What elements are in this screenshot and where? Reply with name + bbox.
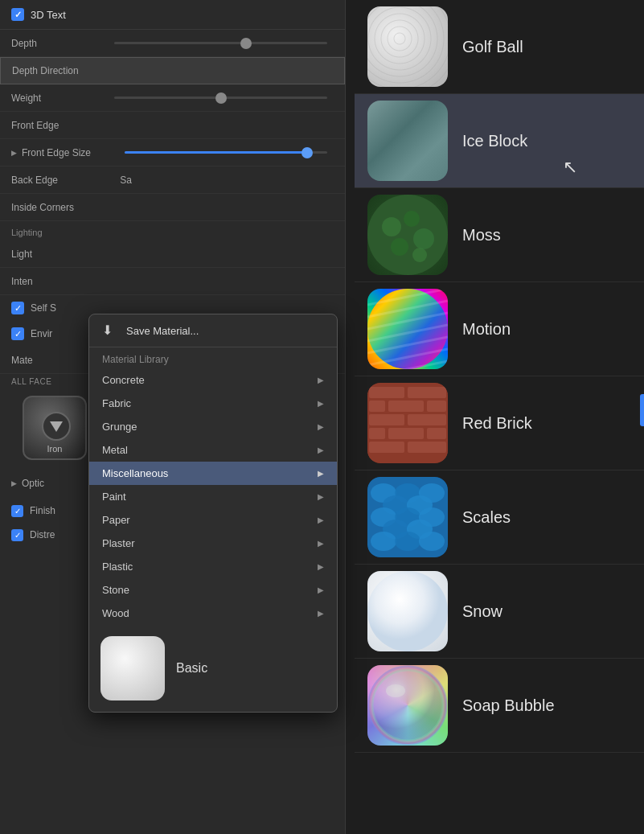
self-shadows-checkbox[interactable] — [11, 302, 24, 314]
soap-bubble-pattern — [367, 665, 448, 746]
plastic-arrow-icon: ▶ — [318, 562, 324, 571]
menu-item-fabric[interactable]: Fabric ▶ — [89, 392, 337, 415]
miscellaneous-arrow-icon: ▶ — [318, 469, 324, 478]
library-header: Material Library — [89, 347, 337, 368]
iron-preview-box[interactable]: Iron — [23, 396, 87, 460]
brick-pattern — [367, 383, 448, 463]
svg-point-5 — [412, 248, 427, 262]
right-panel: Golf Ball Ice Block Moss — [355, 0, 644, 834]
finish-checkbox[interactable] — [11, 505, 23, 517]
material-item-soap-bubble[interactable]: Soap Bubble — [355, 659, 644, 753]
svg-point-3 — [413, 228, 434, 249]
depth-slider[interactable] — [114, 42, 327, 44]
scales-thumb — [367, 477, 448, 557]
front-edge-row[interactable]: Front Edge — [0, 112, 345, 139]
inside-corners-label: Inside Corners — [11, 202, 108, 213]
depth-direction-row[interactable]: Depth Direction — [0, 57, 345, 84]
front-edge-size-row: ▶ Front Edge Size — [0, 139, 345, 166]
back-edge-row[interactable]: Back Edge Sa — [0, 166, 345, 194]
svg-point-1 — [382, 217, 401, 236]
3d-text-checkbox[interactable] — [11, 8, 24, 21]
menu-item-concrete[interactable]: Concrete ▶ — [89, 368, 337, 392]
svg-rect-23 — [388, 428, 424, 439]
distress-label: Distre — [30, 529, 55, 540]
weight-row: Weight — [0, 84, 345, 112]
save-icon: ⬇ — [102, 323, 118, 339]
back-edge-value: Sa — [108, 175, 132, 186]
light-row[interactable]: Light — [0, 240, 345, 268]
golf-ball-thumb — [367, 6, 448, 87]
menu-item-plastic[interactable]: Plastic ▶ — [89, 555, 337, 578]
svg-rect-19 — [427, 401, 446, 412]
menu-item-wood[interactable]: Wood ▶ — [89, 602, 337, 625]
blue-accent-bar — [640, 394, 644, 426]
svg-rect-16 — [408, 387, 446, 398]
menu-item-paint[interactable]: Paint ▶ — [89, 485, 337, 508]
depth-label: Depth — [11, 38, 108, 49]
golf-ball-name: Golf Ball — [462, 38, 523, 56]
env-checkbox[interactable] — [11, 327, 24, 340]
weight-label: Weight — [11, 92, 108, 104]
menu-item-paper[interactable]: Paper ▶ — [89, 508, 337, 532]
moss-thumb — [367, 195, 448, 275]
intensity-row[interactable]: Inten — [0, 268, 345, 295]
menu-item-miscellaneous[interactable]: Miscellaneous ▶ — [89, 462, 337, 485]
depth-direction-label: Depth Direction — [12, 65, 109, 76]
weight-thumb[interactable] — [215, 92, 227, 104]
svg-rect-20 — [369, 414, 404, 425]
save-material-item[interactable]: ⬇ Save Material... — [89, 314, 337, 347]
depth-row: Depth — [0, 30, 345, 57]
material-item-scales[interactable]: Scales — [355, 470, 644, 565]
svg-rect-17 — [369, 401, 385, 412]
fabric-arrow-icon: ▶ — [318, 399, 324, 408]
optic-expand-icon[interactable]: ▶ — [11, 479, 17, 487]
lighting-section: Lighting — [0, 221, 345, 240]
material-item-moss[interactable]: Moss — [355, 188, 644, 282]
svg-rect-22 — [369, 428, 385, 439]
weight-slider[interactable] — [114, 97, 327, 99]
wood-arrow-icon: ▶ — [318, 609, 324, 618]
material-item-golf-ball[interactable]: Golf Ball — [355, 0, 644, 94]
svg-point-0 — [367, 195, 448, 275]
material-list: Golf Ball Ice Block Moss — [355, 0, 644, 753]
snow-name: Snow — [462, 602, 502, 621]
inside-corners-row[interactable]: Inside Corners — [0, 194, 345, 221]
expand-icon[interactable]: ▶ — [11, 149, 17, 157]
grunge-arrow-icon: ▶ — [318, 422, 324, 431]
front-edge-size-slider[interactable] — [125, 151, 327, 154]
motion-thumb — [367, 289, 448, 369]
svg-point-38 — [371, 532, 396, 551]
paint-arrow-icon: ▶ — [318, 492, 324, 501]
moss-pattern — [367, 195, 448, 275]
material-item-snow[interactable]: Snow — [355, 565, 644, 659]
material-item-ice-block[interactable]: Ice Block — [355, 94, 644, 188]
menu-item-metal[interactable]: Metal ▶ — [89, 438, 337, 462]
svg-rect-15 — [369, 387, 404, 398]
env-label: Envir — [31, 328, 52, 339]
menu-item-plaster[interactable]: Plaster ▶ — [89, 532, 337, 555]
soap-bubble-name: Soap Bubble — [462, 696, 555, 715]
scales-name: Scales — [462, 508, 511, 527]
plaster-arrow-icon: ▶ — [318, 539, 324, 548]
material-item-motion[interactable]: Motion — [355, 282, 644, 376]
svg-rect-26 — [408, 442, 446, 453]
svg-point-41 — [367, 571, 448, 651]
motion-name: Motion — [462, 320, 511, 339]
snow-thumb — [367, 571, 448, 651]
svg-point-2 — [404, 211, 420, 227]
svg-point-39 — [395, 532, 420, 551]
menu-item-stone[interactable]: Stone ▶ — [89, 578, 337, 602]
depth-thumb[interactable] — [240, 38, 252, 49]
distress-checkbox[interactable] — [11, 529, 23, 541]
menu-item-grunge[interactable]: Grunge ▶ — [89, 415, 337, 438]
material-item-red-brick[interactable]: Red Brick — [355, 376, 644, 470]
intensity-label: Inten — [11, 276, 108, 287]
moss-name: Moss — [462, 226, 501, 244]
ice-block-name: Ice Block — [462, 132, 527, 150]
basic-material-item[interactable]: Basic — [89, 628, 337, 709]
back-edge-label: Back Edge — [11, 175, 108, 186]
iron-inner-circle — [42, 412, 71, 441]
svg-rect-24 — [427, 428, 446, 439]
save-material-label: Save Material... — [126, 325, 199, 337]
front-edge-size-thumb[interactable] — [301, 147, 313, 158]
